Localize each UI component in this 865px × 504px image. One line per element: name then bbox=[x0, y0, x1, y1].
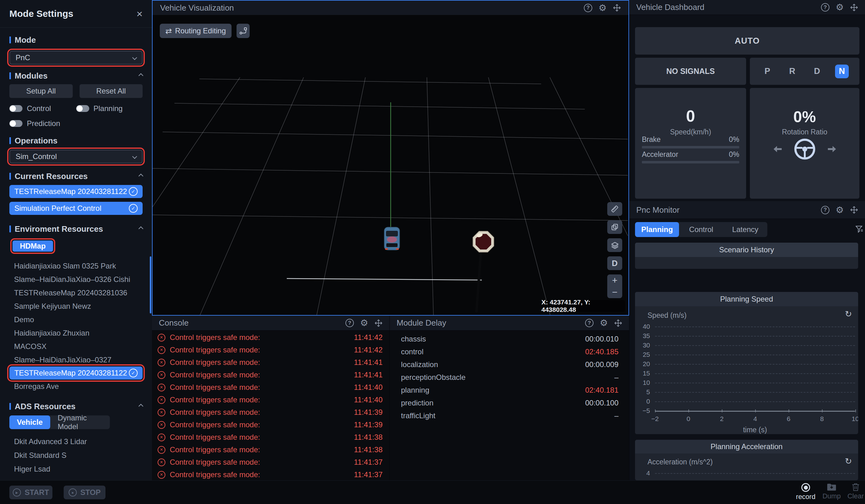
clear-trash-icon bbox=[852, 483, 860, 491]
gridline bbox=[655, 383, 855, 383]
routing-editing-button[interactable]: ⇄ Routing Editing bbox=[160, 24, 232, 38]
scene-3d bbox=[153, 15, 628, 315]
filter-icon[interactable] bbox=[856, 226, 863, 233]
zoom-in-button[interactable]: + bbox=[607, 274, 622, 286]
environment-resource-item[interactable]: Demo bbox=[0, 313, 152, 326]
record-button[interactable]: record bbox=[791, 483, 821, 501]
current-resource-item[interactable]: TESTReleaseMap 202403281122✓ bbox=[9, 185, 142, 198]
x-tick-mark bbox=[822, 410, 822, 412]
error-icon: × bbox=[158, 446, 165, 454]
planning-speed-chart[interactable]: Speed (m/s) ↻ 4035302520151050−5−2024681… bbox=[635, 306, 858, 434]
help-icon[interactable]: ? bbox=[821, 3, 829, 12]
hdmap-chip[interactable]: HDMap bbox=[12, 241, 53, 252]
x-tick-mark bbox=[788, 410, 789, 412]
measure-tool-button[interactable] bbox=[607, 202, 622, 216]
toggle-switch[interactable] bbox=[9, 120, 22, 127]
chevron-up-icon[interactable] bbox=[139, 73, 142, 79]
gear-r[interactable]: R bbox=[785, 65, 799, 78]
console-row: ×Control triggers safe mode:11:41:39 bbox=[152, 419, 390, 431]
gear-icon[interactable]: ⚙ bbox=[360, 318, 368, 327]
environment-resource-item[interactable]: Borregas Ave bbox=[0, 379, 152, 393]
ads-resource-item[interactable]: Higer Lsad bbox=[0, 462, 152, 476]
mode-settings-panel: Mode Settings × Mode PnC Modules Setup A… bbox=[0, 0, 152, 480]
gear-icon[interactable]: ⚙ bbox=[599, 3, 607, 12]
move-panel-icon[interactable] bbox=[613, 4, 621, 12]
module-delay-value: – bbox=[614, 373, 619, 382]
environment-resource-item-selected[interactable]: TESTReleaseMap 202403281122✓ bbox=[9, 366, 142, 379]
move-panel-icon[interactable] bbox=[614, 319, 622, 327]
pnc-monitor-tabs: PlanningControlLatency bbox=[635, 222, 767, 237]
ads-resources-tabs: VehicleDynamic Model bbox=[9, 415, 110, 429]
view-mode-d-button[interactable]: D bbox=[607, 256, 622, 270]
refresh-icon[interactable]: ↻ bbox=[845, 310, 852, 318]
y-tick-label: 40 bbox=[635, 323, 650, 330]
environment-resource-item[interactable]: TESTReleaseMap 202403281036 bbox=[0, 286, 152, 300]
y-tick-label: 30 bbox=[635, 341, 650, 349]
operations-dropdown[interactable]: Sim_Control bbox=[9, 150, 142, 163]
current-resource-item[interactable]: Simulation Perfect Control✓ bbox=[9, 202, 142, 215]
gear-n[interactable]: N bbox=[835, 65, 849, 78]
gridline bbox=[655, 373, 855, 374]
error-icon: × bbox=[158, 396, 165, 404]
environment-resource-item[interactable]: Sample Kejiyuan Newz bbox=[0, 300, 152, 313]
refresh-icon[interactable]: ↻ bbox=[845, 457, 852, 466]
planning-acceleration-chart[interactable]: Acceleration (m/s^2) ↻ 432 bbox=[635, 454, 858, 480]
visualization-canvas[interactable]: ⇄ Routing Editing bbox=[153, 15, 628, 315]
environment-resources-list: Haidianjiaxiao Slam 0325 ParkSlame–HaiDi… bbox=[0, 259, 152, 393]
pnc-tab-control[interactable]: Control bbox=[679, 222, 723, 237]
help-icon[interactable]: ? bbox=[585, 319, 593, 327]
move-panel-icon[interactable] bbox=[374, 319, 383, 327]
gear-icon[interactable]: ⚙ bbox=[836, 3, 844, 12]
module-delay-row: trafficLight– bbox=[390, 409, 629, 422]
pnc-tab-latency[interactable]: Latency bbox=[723, 222, 767, 237]
help-icon[interactable]: ? bbox=[584, 4, 592, 12]
environment-resource-item[interactable]: MACOSX bbox=[0, 340, 152, 353]
close-icon[interactable]: × bbox=[136, 9, 142, 19]
move-panel-icon[interactable] bbox=[850, 3, 858, 12]
layers-button[interactable] bbox=[607, 238, 622, 252]
x-tick-label: −2 bbox=[651, 415, 659, 423]
panel-title: Pnc Monitor bbox=[636, 205, 680, 215]
chevron-up-icon[interactable] bbox=[139, 403, 142, 409]
record-icon bbox=[801, 483, 810, 492]
toggle-switch[interactable] bbox=[9, 105, 22, 112]
module-toggle: Prediction bbox=[9, 120, 76, 127]
ads-resource-item[interactable]: Dkit Standard S bbox=[0, 448, 152, 462]
speed-label: Speed(km/h) bbox=[635, 128, 746, 136]
environment-resource-item[interactable]: Haidianjiaxiao Slam 0325 Park bbox=[0, 259, 152, 272]
chevron-up-icon[interactable] bbox=[139, 173, 142, 179]
current-resources-section-label: Current Resources bbox=[9, 172, 142, 180]
pnc-monitor-body: PlanningControlLatency Scenario History … bbox=[630, 219, 865, 480]
sidebar-scrollbar[interactable] bbox=[150, 256, 151, 314]
console-log-list[interactable]: ×Control triggers safe mode:11:41:42×Con… bbox=[152, 331, 390, 481]
brake-progress-bar bbox=[642, 146, 739, 149]
setup-all-button[interactable]: Setup All bbox=[9, 84, 73, 98]
ads-tab-dynamic-model[interactable]: Dynamic Model bbox=[50, 415, 110, 429]
environment-resource-item[interactable]: Haidianjiaxiao Zhuxian bbox=[0, 326, 152, 340]
gear-d[interactable]: D bbox=[810, 65, 824, 78]
toggle-switch[interactable] bbox=[76, 105, 89, 112]
environment-resource-item[interactable]: Slame–HaiDianJiaXiao–0326 Cishi bbox=[0, 272, 152, 286]
gear-icon[interactable]: ⚙ bbox=[836, 206, 844, 214]
help-icon[interactable]: ? bbox=[821, 206, 829, 214]
clear-button[interactable]: Clear bbox=[841, 483, 865, 500]
chevron-up-icon[interactable] bbox=[139, 226, 142, 232]
chevron-down-icon bbox=[133, 152, 136, 161]
start-button[interactable]: ▶ START bbox=[9, 485, 53, 499]
routing-rules-button[interactable] bbox=[237, 24, 250, 38]
move-panel-icon[interactable] bbox=[850, 206, 858, 214]
stop-button[interactable]: ■ STOP bbox=[64, 485, 105, 499]
zoom-out-button[interactable]: − bbox=[607, 286, 622, 298]
gear-p[interactable]: P bbox=[760, 65, 774, 78]
error-icon: × bbox=[158, 409, 165, 417]
gear-icon[interactable]: ⚙ bbox=[600, 318, 608, 327]
copy-view-button[interactable] bbox=[607, 220, 622, 234]
mode-dropdown[interactable]: PnC bbox=[9, 51, 142, 65]
pnc-tab-planning[interactable]: Planning bbox=[635, 222, 679, 237]
ads-resource-item[interactable]: Dkit Advanced 3 Lidar bbox=[0, 435, 152, 448]
ads-tab-vehicle[interactable]: Vehicle bbox=[9, 415, 50, 429]
environment-resource-item[interactable]: Slame–HaiDianJiaXiao–0327 bbox=[0, 353, 152, 366]
x-tick-mark bbox=[722, 410, 723, 412]
help-icon[interactable]: ? bbox=[345, 319, 354, 327]
reset-all-button[interactable]: Reset All bbox=[80, 84, 143, 98]
